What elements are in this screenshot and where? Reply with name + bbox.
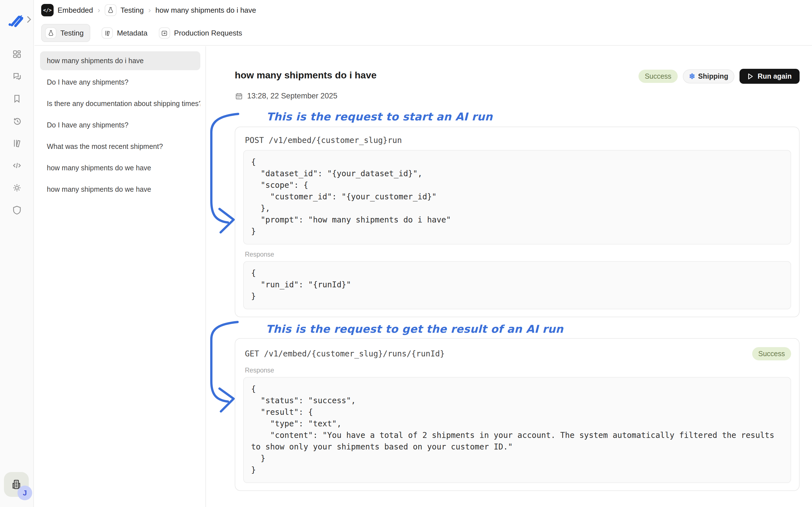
icon-rail: J xyxy=(0,0,34,507)
tab-label: Production Requests xyxy=(174,29,242,38)
embedded-code-icon: </> xyxy=(41,4,54,16)
run-list-item[interactable]: Do I have any shipments? xyxy=(40,116,200,134)
settings-gear-icon[interactable] xyxy=(11,182,22,193)
post-request-card: POST /v1/embed/{customer_slug}run { "dat… xyxy=(235,127,800,317)
run-list: how many shipments do i have Do I have a… xyxy=(35,46,206,507)
tab-production-requests[interactable]: Production Requests xyxy=(159,27,242,39)
bookmark-icon[interactable] xyxy=(11,93,22,104)
run-list-item[interactable]: Is there any documentation about shippin… xyxy=(40,94,200,113)
response-label: Response xyxy=(245,367,791,374)
breadcrumb-label: how many shipments do i have xyxy=(156,6,256,15)
get-request-card: GET /v1/embed/{customer_slug}/runs/{runI… xyxy=(235,338,800,491)
post-response-body: { "run_id": "{runId}" } xyxy=(251,267,783,302)
run-again-label: Run again xyxy=(758,72,792,80)
arrow-to-get-request-head xyxy=(219,389,234,411)
arrow-to-post-request-head xyxy=(219,209,234,232)
run-list-item[interactable]: how many shipments do i have xyxy=(40,51,200,70)
breadcrumb-item-testing[interactable]: Testing xyxy=(105,4,144,16)
library-icon[interactable] xyxy=(11,137,22,149)
play-icon xyxy=(747,73,754,80)
post-response-codeblock: { "run_id": "{runId}" } xyxy=(243,261,791,309)
run-list-item[interactable]: how many shipments do we have xyxy=(40,180,200,199)
run-list-item[interactable]: how many shipments do we have xyxy=(40,159,200,177)
run-list-item[interactable]: Do I have any shipments? xyxy=(40,73,200,92)
annotation-get-result: This is the request to get the result of… xyxy=(266,323,800,335)
breadcrumb-item-embedded[interactable]: </> Embedded xyxy=(41,4,93,16)
tab-bar: Testing Metadata Production Requests xyxy=(35,20,812,46)
page-title: how many shipments do i have xyxy=(235,69,377,81)
run-list-item[interactable]: What was the most recent shipment? xyxy=(40,137,200,156)
code-icon[interactable] xyxy=(11,160,22,171)
get-response-codeblock: { "status": "success", "result": { "type… xyxy=(243,377,791,483)
dataset-badge[interactable]: ❄ Shipping xyxy=(683,69,735,83)
calendar-icon xyxy=(235,92,243,100)
annotation-start-run: This is the request to start an AI run xyxy=(266,111,800,123)
arrow-to-get-request xyxy=(211,322,237,401)
tab-label: Metadata xyxy=(117,29,147,38)
post-endpoint: POST /v1/embed/{customer_slug}run xyxy=(245,135,791,145)
chat-icon[interactable] xyxy=(11,71,22,82)
history-icon[interactable] xyxy=(11,115,22,127)
breadcrumb-separator: › xyxy=(98,6,100,15)
breadcrumb-label: Testing xyxy=(120,6,144,15)
breadcrumb-separator: › xyxy=(148,6,151,15)
dataset-badge-label: Shipping xyxy=(698,72,728,80)
user-avatar[interactable]: J xyxy=(17,486,32,500)
tab-metadata[interactable]: Metadata xyxy=(102,27,147,39)
get-status-badge: Success xyxy=(752,347,791,360)
breadcrumb: </> Embedded › Testing › how many shipme… xyxy=(35,0,812,20)
get-response-body: { "status": "success", "result": { "type… xyxy=(251,383,783,476)
run-again-button[interactable]: Run again xyxy=(740,69,800,84)
topbar: </> Embedded › Testing › how many shipme… xyxy=(35,0,812,46)
flask-icon xyxy=(105,4,116,16)
flask-icon xyxy=(45,27,56,39)
metadata-icon xyxy=(102,27,113,39)
production-requests-icon xyxy=(159,27,170,39)
sidebar-expand-chevron-icon[interactable] xyxy=(26,16,32,23)
response-label: Response xyxy=(245,251,791,258)
breadcrumb-label: Embedded xyxy=(58,6,93,15)
breadcrumb-item-run[interactable]: how many shipments do i have xyxy=(156,6,256,15)
app-window: J </> Embedded › Testing › how many ship… xyxy=(0,0,812,507)
post-request-codeblock: { "dataset_id": "{your_dataset_id}", "sc… xyxy=(243,150,791,244)
tab-testing[interactable]: Testing xyxy=(41,24,90,42)
status-badge: Success xyxy=(639,70,678,83)
arrow-to-post-request xyxy=(211,114,238,222)
get-endpoint: GET /v1/embed/{customer_slug}/runs/{runI… xyxy=(245,349,445,358)
snowflake-icon: ❄ xyxy=(689,72,696,81)
brand-logo-icon xyxy=(7,11,23,27)
tab-label: Testing xyxy=(60,29,84,38)
post-request-body: { "dataset_id": "{your_dataset_id}", "sc… xyxy=(251,156,783,237)
shield-icon[interactable] xyxy=(11,205,22,216)
run-timestamp: 13:28, 22 September 2025 xyxy=(247,92,337,100)
run-detail-panel: how many shipments do i have Success ❄ S… xyxy=(207,46,812,507)
dashboard-icon[interactable] xyxy=(11,49,22,60)
